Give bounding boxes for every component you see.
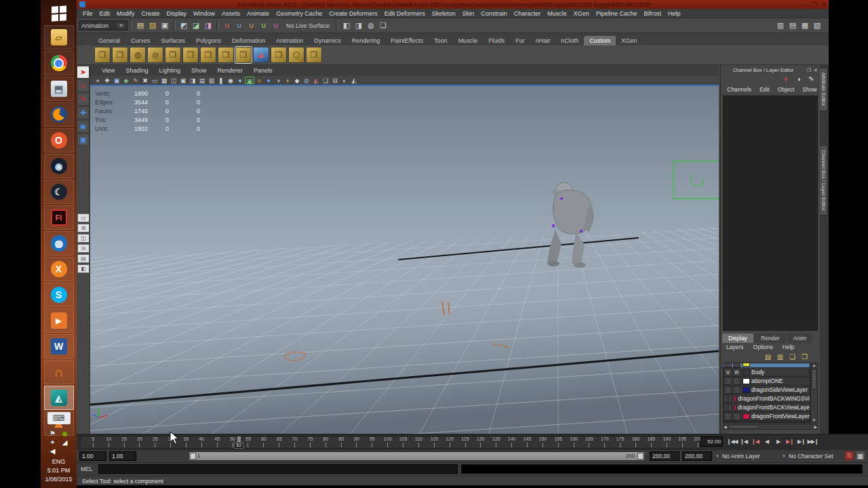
layer-visible-toggle[interactable] <box>724 413 732 420</box>
layout-outliner-pane-button[interactable]: ◧ <box>77 264 90 273</box>
channel-box-menu-item[interactable]: Channels <box>724 86 755 93</box>
paint-select-tool[interactable]: ✎ <box>77 93 90 106</box>
menu-item[interactable]: Geometry Cache <box>273 10 326 17</box>
layout-two-pane-side-button[interactable]: ◫ <box>77 234 90 243</box>
snap-curve-icon[interactable]: ∪ <box>234 20 245 31</box>
taskbar-xampp[interactable]: X <box>44 257 74 281</box>
clock-time[interactable]: 5:01 PM <box>47 466 71 475</box>
layer-visible-toggle[interactable] <box>724 378 732 385</box>
layout-single-pane-button[interactable]: ▭ <box>77 214 90 222</box>
Body[interactable]: V R Body <box>724 368 810 377</box>
shelf-tab[interactable]: Toon <box>429 36 453 45</box>
wireframe-icon[interactable]: ◉ <box>226 77 235 85</box>
maximize-button[interactable]: ❐ <box>810 1 819 7</box>
layer-reference-toggle[interactable] <box>728 395 731 403</box>
shelf-tab[interactable]: Deformation <box>226 36 271 45</box>
menu-item[interactable]: Skeleton <box>429 10 459 17</box>
lighting-icon[interactable]: ☼ <box>254 77 264 85</box>
joints-xray-icon[interactable]: ⊟ <box>330 77 340 85</box>
menu-item[interactable]: Modify <box>113 10 138 17</box>
screen-ao-icon[interactable]: ◑ <box>273 77 283 85</box>
shelf-tab[interactable]: General <box>93 36 125 45</box>
2d-pan-zoom-icon[interactable]: ✖ <box>140 77 150 85</box>
animation-preferences-icon[interactable]: ▦ <box>856 451 865 460</box>
attribute-editor-toggle-icon[interactable]: ▤ <box>787 20 798 31</box>
tab-channel-box-layer-editor[interactable]: Channel Box / Layer Editor <box>820 145 828 216</box>
start-button[interactable] <box>44 3 74 24</box>
auto-keyframe-toggle-icon[interactable]: ⚿ <box>845 451 854 460</box>
taskbar-headphones-app[interactable]: ∩ <box>44 360 74 384</box>
animation-start-field[interactable]: 1.00 <box>79 451 106 461</box>
command-line-input[interactable] <box>98 464 458 474</box>
shelf-tool-8[interactable]: ❒ <box>218 47 234 63</box>
shelf-tab[interactable]: Rendering <box>347 36 386 45</box>
layer-color-swatch[interactable] <box>743 413 750 420</box>
set-layer-color-icon[interactable]: ▥ <box>776 352 785 361</box>
panel-menu-item[interactable]: Lighting <box>154 67 185 74</box>
menuset-dropdown[interactable]: Animation ▼ <box>79 20 127 30</box>
scroll-left-icon[interactable]: ◀ <box>724 424 727 429</box>
layer-reference-toggle[interactable] <box>733 378 741 385</box>
shaded-icon[interactable]: ● <box>235 77 245 85</box>
safe-title-icon[interactable]: ❚ <box>216 77 226 85</box>
shelf-tab[interactable]: Muscle <box>453 36 484 45</box>
touch-keyboard-icon[interactable]: ⌨ <box>47 412 71 424</box>
channel-box-toggle-icon[interactable]: ▧ <box>812 20 823 31</box>
render-view-icon[interactable]: ❏ <box>378 20 389 31</box>
volume-icon[interactable]: ◀ <box>47 447 58 455</box>
animation-end-field[interactable]: 200.00 <box>682 451 712 461</box>
snap-plane-icon[interactable]: ∪ <box>258 20 269 31</box>
panel-menu-item[interactable]: Show <box>186 67 212 74</box>
layer-visible-toggle[interactable] <box>724 395 727 403</box>
shelf-tab[interactable]: Fur <box>510 36 530 45</box>
current-time-field[interactable]: 52.00 <box>701 436 723 447</box>
shelf-tool-11[interactable]: ❒ <box>271 47 287 63</box>
dragonSideViewLayer[interactable]: dragonSideViewLayer <box>724 386 810 394</box>
lock-camera-icon[interactable]: ✚ <box>102 77 112 85</box>
menu-item[interactable]: Animate <box>243 10 273 17</box>
input-connections-icon[interactable]: ◧ <box>341 20 352 31</box>
shadows-icon[interactable]: ● <box>264 77 273 85</box>
step-forward-frame-button[interactable]: ▶❙ <box>795 435 807 448</box>
usb-icon[interactable]: ✦ <box>47 439 58 446</box>
taskbar-chrome[interactable] <box>44 51 74 75</box>
resolution-gate-icon[interactable]: ▣ <box>178 77 188 85</box>
channel-box-menu-item[interactable]: Object <box>774 86 798 93</box>
shelf-tab[interactable]: Dynamics <box>309 36 347 45</box>
isolate-select-icon[interactable]: ◭ <box>311 77 321 85</box>
shelf-tab[interactable]: Animation <box>271 36 309 45</box>
layout-three-pane-button[interactable]: ▤ <box>77 254 90 263</box>
taskbar-origin[interactable]: O <box>44 128 74 152</box>
scroll-right-icon[interactable]: ▶ <box>814 424 817 429</box>
layer-editor-menu-item[interactable]: Layers <box>722 344 748 350</box>
manipulator-icon[interactable]: ✛ <box>781 75 790 83</box>
taskbar-this-pc[interactable]: ⬒ <box>44 77 74 101</box>
language-indicator[interactable]: ENG <box>52 458 66 466</box>
taskbar-skype[interactable]: S <box>44 283 74 307</box>
shelf-tab[interactable]: nCloth <box>555 36 584 45</box>
snap-surface-icon[interactable]: ∪ <box>271 20 281 31</box>
layer-reference-toggle[interactable] <box>733 413 741 420</box>
anim-layer-dropdown[interactable]: ▼ No Anim Layer <box>715 451 760 461</box>
step-back-frame-button[interactable]: ❙◀ <box>738 435 749 448</box>
tool-settings-toggle-icon[interactable]: ▦ <box>800 20 810 31</box>
channel-box-menu-item[interactable]: Show <box>799 86 820 93</box>
layer-visible-toggle[interactable] <box>724 363 732 367</box>
menu-item[interactable]: Display <box>163 10 191 17</box>
select-hierarchy-icon[interactable]: ◩ <box>178 20 189 31</box>
network-icon[interactable]: ◢ <box>60 439 71 446</box>
taskbar-file-explorer[interactable]: ▱ <box>44 25 74 49</box>
panel-menu-item[interactable]: Renderer <box>212 67 248 74</box>
layer-horizontal-scrollbar[interactable]: ◀ ▶ <box>723 424 818 430</box>
shelf-tool-6[interactable]: ❒ <box>182 47 199 63</box>
shelf-tab[interactable]: XGen <box>616 36 642 45</box>
attemptONE[interactable]: attemptONE <box>724 377 810 386</box>
shelf-tab[interactable]: Polygons <box>191 36 226 45</box>
go-to-start-button[interactable]: ❙◀◀ <box>726 435 738 448</box>
playback-start-field[interactable]: 1.00 <box>109 451 136 461</box>
scrollbar-thumb[interactable] <box>728 425 758 428</box>
layer-reference-toggle[interactable] <box>733 363 741 367</box>
layer-visible-toggle[interactable] <box>724 386 732 394</box>
channel-box-menu-item[interactable]: Edit <box>756 86 773 93</box>
taskbar-night-app[interactable]: ☾ <box>44 180 74 204</box>
